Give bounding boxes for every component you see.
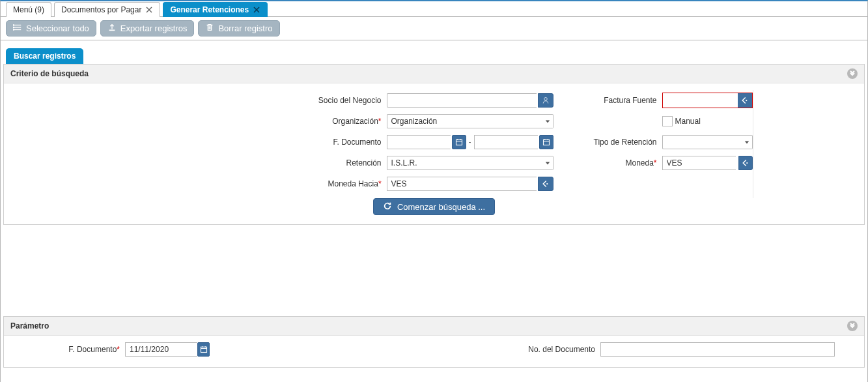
button-label: Comenzar búsqueda ... [397, 202, 485, 212]
svg-point-8 [13, 27, 14, 27]
svg-point-25 [746, 162, 748, 164]
refresh-icon [383, 201, 392, 213]
lookup-icon[interactable] [538, 177, 553, 191]
svg-point-13 [746, 100, 747, 101]
fdoc-from-input[interactable] [387, 135, 451, 149]
svg-marker-23 [745, 141, 749, 143]
organizacion-select[interactable] [387, 114, 542, 128]
tab-generar-retenciones[interactable]: Generar Retenciones [163, 2, 268, 17]
action-bar [3, 368, 865, 382]
collapse-icon[interactable] [847, 321, 858, 331]
retencion-select[interactable] [387, 156, 542, 170]
tipo-retencion-select[interactable] [662, 135, 742, 149]
label-moneda: Moneda* [553, 158, 662, 168]
label-tipo-retencion: Tipo de Retención [553, 138, 662, 147]
param-fdoc-input[interactable] [125, 342, 197, 357]
start-search-button[interactable]: Comenzar búsqueda ... [373, 198, 495, 215]
trash-icon [205, 23, 214, 34]
svg-point-7 [13, 25, 14, 25]
panel-title: Criterio de búsqueda [10, 69, 89, 78]
svg-rect-19 [543, 140, 549, 145]
svg-marker-14 [546, 120, 550, 123]
svg-rect-27 [201, 347, 206, 352]
button-label: Seleccionar todo [26, 23, 89, 33]
checkbox-label: Manual [675, 117, 701, 126]
label-factura: Factura Fuente [553, 96, 662, 105]
criteria-panel: Criterio de búsqueda Socio del Negocio F… [3, 64, 865, 225]
lookup-icon[interactable] [738, 93, 752, 108]
tab-buscar-registros[interactable]: Buscar registros [6, 48, 83, 64]
list-icon [13, 23, 22, 34]
calendar-icon[interactable] [197, 342, 210, 357]
label-param-nodoc: No. del Documento [522, 345, 600, 354]
calendar-icon[interactable] [539, 135, 553, 149]
param-nodoc-input[interactable] [600, 342, 835, 357]
panel-body: F. Documento* No. del Documento [4, 336, 864, 367]
label-retencion: Retención [115, 158, 387, 168]
panel-header: Parámetro [4, 317, 864, 336]
chevron-down-icon[interactable] [542, 114, 553, 128]
calendar-icon[interactable] [452, 135, 466, 149]
moneda-input[interactable] [662, 156, 736, 170]
moneda-hacia-input[interactable] [387, 177, 537, 191]
range-separator: - [468, 138, 473, 147]
delete-button[interactable]: Borrar registro [198, 20, 279, 37]
close-icon[interactable] [253, 6, 260, 14]
svg-point-26 [546, 183, 548, 184]
manual-checkbox[interactable] [662, 116, 673, 126]
results-area [1, 225, 867, 316]
panel-header: Criterio de búsqueda [4, 65, 864, 83]
button-label: Borrar registro [218, 23, 272, 33]
label-socio: Socio del Negocio [115, 96, 387, 105]
panel-title: Parámetro [10, 321, 49, 331]
upload-icon [107, 23, 117, 34]
label-moneda-hacia: Moneda Hacia* [115, 179, 387, 188]
label-organizacion: Organización* [115, 117, 387, 126]
chevron-down-icon[interactable] [542, 156, 553, 170]
fdoc-to-input[interactable] [474, 135, 538, 149]
tab-menu[interactable]: Menú (9) [6, 2, 51, 17]
close-icon[interactable] [145, 6, 153, 14]
svg-point-9 [13, 29, 14, 30]
svg-rect-15 [456, 140, 462, 145]
svg-point-12 [544, 98, 548, 101]
tab-label: Menú (9) [13, 5, 44, 14]
subtab-bar: Buscar registros [1, 40, 867, 64]
svg-marker-24 [546, 162, 550, 164]
factura-field [662, 93, 753, 108]
param-panel: Parámetro F. Documento* No. del Document… [3, 316, 865, 368]
select-all-button[interactable]: Seleccionar todo [6, 20, 96, 37]
label-fdocumento: F. Documento [115, 138, 387, 147]
tab-label: Documentos por Pagar [61, 5, 141, 14]
chevron-down-icon[interactable] [742, 135, 753, 149]
collapse-icon[interactable] [847, 68, 858, 79]
tab-label: Buscar registros [14, 51, 76, 61]
label-param-fdoc: F. Documento* [4, 345, 125, 354]
socio-input[interactable] [387, 93, 537, 108]
panel-body: Socio del Negocio Factura Fuente [4, 83, 864, 224]
factura-input[interactable] [663, 93, 738, 106]
tab-documentos-por-pagar[interactable]: Documentos por Pagar [54, 2, 160, 17]
export-button[interactable]: Exportar registros [100, 20, 195, 37]
button-label: Exportar registros [120, 23, 188, 33]
lookup-icon[interactable] [738, 156, 752, 170]
toolbar: Seleccionar todo Exportar registros Borr… [1, 17, 867, 40]
user-lookup-icon[interactable] [538, 93, 553, 108]
tab-label: Generar Retenciones [170, 5, 249, 14]
window-tabbar: Menú (9) Documentos por Pagar Generar Re… [1, 1, 867, 17]
